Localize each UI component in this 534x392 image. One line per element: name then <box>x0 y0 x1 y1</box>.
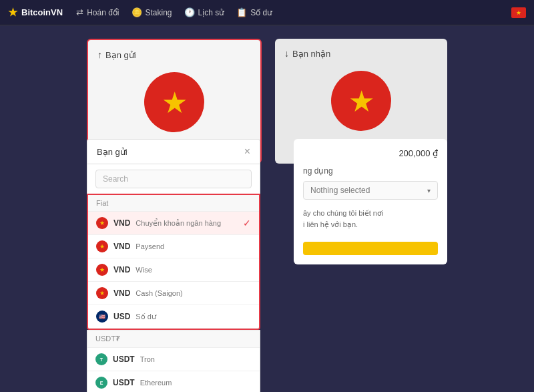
desc-line2: i liên hệ với bạn. <box>303 220 358 228</box>
vnd-paysend-flag: ★ <box>96 240 108 252</box>
currency-search-input[interactable] <box>95 170 252 188</box>
dropdown-search-area <box>87 164 260 194</box>
vnd-cash-flag: ★ <box>96 287 108 299</box>
usd-flag: 🇺🇸 <box>96 311 108 323</box>
nothing-selected-dropdown[interactable]: Nothing selected ▾ <box>303 181 438 200</box>
send-arrow-icon: ↑ <box>97 49 102 60</box>
language-flag[interactable] <box>511 7 526 18</box>
dropdown-item-vnd-wise[interactable]: ★ VND Wise <box>88 258 259 282</box>
exchange-area: ↑ Bạn gửi ★ VND Chuyển khoản ngân hàng ↓… <box>80 39 454 164</box>
vnd-paysend-desc: Paysend <box>136 242 164 250</box>
vnd-cash-desc: Cash (Saigon) <box>136 289 182 297</box>
nav-items: ⇄ Hoán đổi 🪙 Staking 🕐 Lịch sử 📋 Số dư <box>76 7 498 17</box>
nav-item-balance[interactable]: 📋 Số dư <box>236 7 272 17</box>
dropdown-close-button[interactable]: × <box>244 146 250 157</box>
send-panel-title: ↑ Bạn gửi <box>97 49 136 60</box>
desc-line1: ây cho chúng tôi biết nơi <box>303 209 383 217</box>
nav-balance-label: Số dư <box>250 8 272 17</box>
nav-exchange-label: Hoán đổi <box>87 8 119 17</box>
usdt-eth-flag: E <box>95 377 107 389</box>
vnd-paysend-code: VND <box>113 242 130 251</box>
dropdown-item-vnd-paysend[interactable]: ★ VND Paysend <box>88 235 259 258</box>
send-flag-star: ★ <box>162 85 188 120</box>
right-input-panel: ng dụng Nothing selected ▾ ây cho chúng … <box>294 139 447 264</box>
brand-name: BitcoinVN <box>21 7 63 17</box>
dropdown-item-vnd-cash[interactable]: ★ VND Cash (Saigon) <box>88 282 259 305</box>
submit-button[interactable] <box>303 242 438 255</box>
vnd-wise-code: VND <box>113 265 130 274</box>
vnd-cash-code: VND <box>113 288 130 298</box>
usd-desc: Số dư <box>136 313 156 321</box>
send-flag-circle: ★ <box>144 72 204 132</box>
history-icon: 🕐 <box>184 7 195 17</box>
vnd-bank-code: VND <box>113 218 130 228</box>
balance-icon: 📋 <box>236 7 247 17</box>
nav-right <box>511 7 526 18</box>
dropdown-item-usdt-eth[interactable]: E USDT Ethereum <box>87 371 260 392</box>
dropdown-item-usd[interactable]: 🇺🇸 USD Số dư <box>88 305 259 329</box>
nav-staking-label: Staking <box>146 8 172 17</box>
usdt-tron-flag: T <box>95 353 107 365</box>
right-panel-description: ây cho chúng tôi biết nơi i liên hệ với … <box>303 208 438 230</box>
usdt-tron-code: USDT <box>113 355 135 364</box>
right-panel-label: ng dụng <box>303 166 438 176</box>
nothing-selected-chevron: ▾ <box>427 187 431 194</box>
vnd-bank-desc: Chuyển khoản ngân hàng <box>136 219 221 228</box>
staking-icon: 🪙 <box>131 7 142 17</box>
nav-item-history[interactable]: 🕐 Lịch sử <box>184 7 225 17</box>
exchange-icon: ⇄ <box>76 7 83 17</box>
nothing-selected-label: Nothing selected <box>310 186 370 195</box>
top-navigation: ★ BitcoinVN ⇄ Hoán đổi 🪙 Staking 🕐 Lịch … <box>0 0 534 25</box>
receive-panel-title: ↓ Bạn nhận <box>284 48 330 59</box>
usdt-eth-desc: Ethereum <box>140 379 172 387</box>
nav-item-exchange[interactable]: ⇄ Hoán đổi <box>76 7 119 17</box>
usdt-eth-code: USDT <box>113 378 135 387</box>
amount-input-field[interactable] <box>326 148 438 158</box>
nav-history-label: Lịch sử <box>198 8 225 17</box>
dropdown-title: Bạn gửi <box>97 147 127 157</box>
receive-arrow-icon: ↓ <box>284 48 289 59</box>
dropdown-item-vnd-bank[interactable]: ★ VND Chuyển khoản ngân hàng ✓ <box>88 212 259 235</box>
vnd-wise-desc: Wise <box>136 266 152 274</box>
vnd-bank-flag: ★ <box>96 217 108 229</box>
dropdown-header: Bạn gửi × <box>87 139 260 164</box>
usd-code: USD <box>113 312 130 321</box>
usdt-group-label: USDT₮ <box>87 330 260 348</box>
amount-input-row <box>303 148 438 158</box>
brand-star-icon: ★ <box>8 6 17 19</box>
usdt-section: USDT₮ T USDT Tron E USDT Ethereum <box>87 330 260 392</box>
dropdown-fiat-list: Fiat ★ VND Chuyển khoản ngân hàng ✓ ★ VN… <box>87 194 260 330</box>
fiat-group-label: Fiat <box>88 195 259 212</box>
selected-checkmark: ✓ <box>243 218 251 228</box>
main-content: ↑ Bạn gửi ★ VND Chuyển khoản ngân hàng ↓… <box>0 25 534 392</box>
receive-flag-circle: ★ <box>331 71 391 131</box>
vnd-wise-flag: ★ <box>96 264 108 276</box>
send-currency-dropdown: Bạn gửi × Fiat ★ VND Chuyển khoản ngân h… <box>87 139 260 392</box>
brand-logo[interactable]: ★ BitcoinVN <box>8 6 63 19</box>
nav-item-staking[interactable]: 🪙 Staking <box>131 7 172 17</box>
dropdown-item-usdt-tron[interactable]: T USDT Tron <box>87 348 260 371</box>
usdt-tron-desc: Tron <box>140 355 155 363</box>
receive-flag-star: ★ <box>348 84 374 118</box>
